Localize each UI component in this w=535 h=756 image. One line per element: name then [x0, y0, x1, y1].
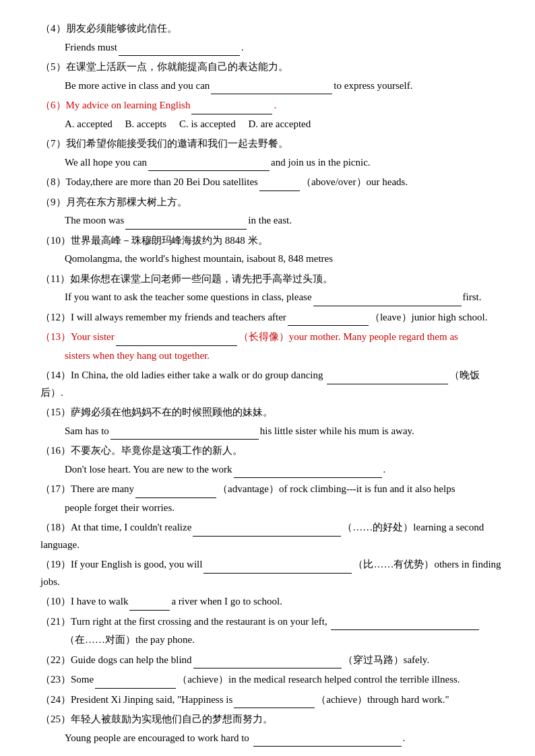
- question-6: （6）My advice on learning English. A. acc…: [40, 97, 501, 133]
- question-21: （21）Turn right at the first crossing and…: [40, 613, 501, 649]
- q19-english: （19）If your English is good, you will（比……: [40, 556, 501, 590]
- q19-blank[interactable]: [203, 563, 352, 574]
- q13-english: （13）Your sister（长得像）your mother. Many pe…: [40, 329, 501, 346]
- q11-blank[interactable]: [313, 296, 462, 306]
- q21-continuation: （在……对面）the pay phone.: [40, 631, 501, 649]
- q18-blank[interactable]: [193, 526, 341, 537]
- q6-blank[interactable]: [191, 104, 272, 114]
- q20-blank[interactable]: [129, 600, 170, 611]
- question-19: （19）If your English is good, you will（比……: [40, 556, 501, 590]
- q4-blank[interactable]: [119, 45, 240, 56]
- question-24: （24）President Xi Jinping said, "Happines…: [40, 691, 501, 709]
- q25-chinese: （25）年轻人被鼓励为实现他们自己的梦想而努力。: [40, 711, 501, 728]
- q24-english: （24）President Xi Jinping said, "Happines…: [40, 691, 501, 709]
- q6-english: （6）My advice on learning English.: [40, 97, 501, 114]
- question-15: （15）萨姆必须在他妈妈不在的时候照顾他的妹妹。 Sam has tohis l…: [40, 404, 501, 440]
- q5-blank[interactable]: [211, 83, 332, 94]
- question-20: （10）I have to walka river when I go to s…: [40, 593, 501, 611]
- question-12: （12）I will always remember my friends an…: [40, 309, 501, 327]
- question-7: （7）我们希望你能接受我们的邀请和我们一起去野餐。 We all hope yo…: [40, 135, 501, 171]
- q10-english: Qomolangma, the world's highest mountain…: [40, 250, 501, 268]
- question-4: （4）朋友必须能够彼此信任。 Friends must.: [40, 20, 501, 56]
- q14-english: （14）In China, the old ladies either take…: [40, 367, 501, 401]
- worksheet: （4）朋友必须能够彼此信任。 Friends must. （5）在课堂上活跃一点…: [40, 20, 501, 747]
- question-8: （8）Today,there are more than 20 Bei Dou …: [40, 174, 501, 191]
- q15-chinese: （15）萨姆必须在他妈妈不在的时候照顾他的妹妹。: [40, 404, 501, 421]
- q15-english: Sam has tohis little sister while his mu…: [40, 423, 501, 440]
- q4-english: Friends must.: [40, 39, 501, 57]
- question-25: （25）年轻人被鼓励为实现他们自己的梦想而努力。 Young people ar…: [40, 711, 501, 747]
- q7-chinese: （7）我们希望你能接受我们的邀请和我们一起去野餐。: [40, 135, 501, 153]
- q17-continuation: people forget their worries.: [40, 500, 501, 517]
- q9-blank[interactable]: [125, 219, 247, 230]
- q8-blank[interactable]: [259, 180, 300, 191]
- q24-blank[interactable]: [234, 697, 315, 708]
- q14-blank[interactable]: [327, 374, 448, 384]
- question-9: （9）月亮在东方那棵大树上方。 The moon wasin the east.: [40, 194, 501, 230]
- q7-english: We all hope you canand join us in the pi…: [40, 154, 501, 172]
- q25-blank[interactable]: [253, 736, 402, 747]
- q9-english: The moon wasin the east.: [40, 212, 501, 230]
- q25-english: Young people are encouraged to work hard…: [40, 730, 501, 747]
- question-18: （18）At that time, I couldn't realize（……的…: [40, 519, 501, 553]
- q5-chinese: （5）在课堂上活跃一点，你就能提高自己的表达能力。: [40, 59, 501, 76]
- q13-continuation: sisters when they hang out together.: [40, 347, 501, 365]
- question-11: （11）如果你想在课堂上问老师一些问题，请先把手高举过头顶。 If you wa…: [40, 271, 501, 306]
- q8-english: （8）Today,there are more than 20 Bei Dou …: [40, 174, 501, 191]
- q7-blank[interactable]: [148, 160, 270, 171]
- q16-blank[interactable]: [234, 467, 382, 478]
- question-23: （23）Some（achieve）in the medical research…: [40, 671, 501, 689]
- q16-chinese: （16）不要灰心。毕竟你是这项工作的新人。: [40, 442, 501, 460]
- q11-chinese: （11）如果你想在课堂上问老师一些问题，请先把手高举过头顶。: [40, 271, 501, 288]
- q6-options: A. accepted B. accepts C. is accepted D.…: [40, 116, 501, 133]
- q12-english: （12）I will always remember my friends an…: [40, 309, 501, 327]
- question-17: （17）There are many（advantage）of rock cli…: [40, 481, 501, 516]
- q21-english: （21）Turn right at the first crossing and…: [40, 613, 501, 631]
- question-10: （10）世界最高峰－珠穆朗玛峰海拔约为 8848 米。 Qomolangma, …: [40, 232, 501, 268]
- q23-english: （23）Some（achieve）in the medical research…: [40, 671, 501, 689]
- question-5: （5）在课堂上活跃一点，你就能提高自己的表达能力。 Be more active…: [40, 59, 501, 94]
- question-13: （13）Your sister（长得像）your mother. Many pe…: [40, 329, 501, 364]
- question-22: （22）Guide dogs can help the blind（穿过马路）s…: [40, 652, 501, 669]
- q16-english: Don't lose heart. You are new to the wor…: [40, 461, 501, 479]
- q21-blank[interactable]: [331, 619, 479, 630]
- q22-english: （22）Guide dogs can help the blind（穿过马路）s…: [40, 652, 501, 669]
- q17-blank[interactable]: [135, 487, 216, 498]
- q11-english: If you want to ask the teacher some ques…: [40, 289, 501, 306]
- question-14: （14）In China, the old ladies either take…: [40, 367, 501, 401]
- q10-chinese: （10）世界最高峰－珠穆朗玛峰海拔约为 8848 米。: [40, 232, 501, 250]
- q5-english: Be more active in class and you canto ex…: [40, 77, 501, 95]
- q15-blank[interactable]: [111, 429, 259, 440]
- q23-blank[interactable]: [95, 678, 176, 689]
- question-16: （16）不要灰心。毕竟你是这项工作的新人。 Don't lose heart. …: [40, 442, 501, 478]
- q4-chinese: （4）朋友必须能够彼此信任。: [40, 20, 501, 38]
- q9-chinese: （9）月亮在东方那棵大树上方。: [40, 194, 501, 211]
- q22-blank[interactable]: [193, 658, 342, 668]
- q18-english: （18）At that time, I couldn't realize（……的…: [40, 519, 501, 553]
- q17-english: （17）There are many（advantage）of rock cli…: [40, 481, 501, 498]
- q20-english: （10）I have to walka river when I go to s…: [40, 593, 501, 611]
- q12-blank[interactable]: [288, 315, 369, 326]
- q13-blank[interactable]: [116, 335, 237, 346]
